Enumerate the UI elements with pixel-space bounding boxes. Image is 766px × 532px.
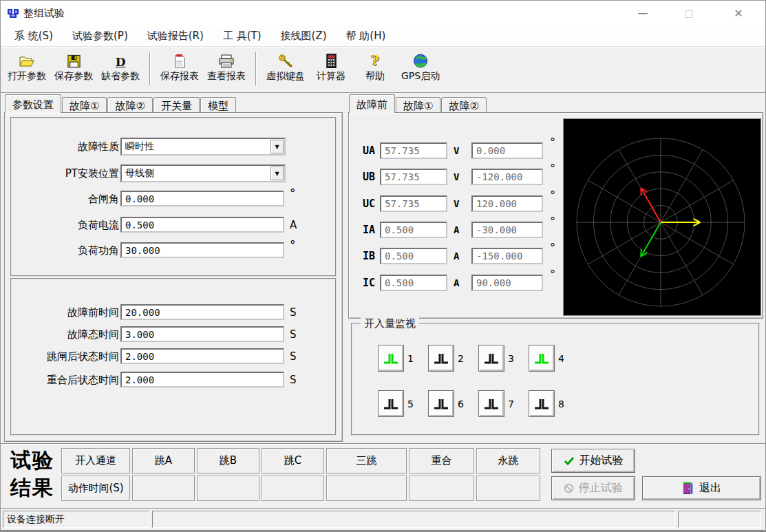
contact-button-6[interactable] [428, 390, 454, 417]
load-power-angle-label: 负荷功角 [16, 242, 119, 259]
view-report-button[interactable]: 查看报表 [203, 50, 250, 88]
ub-magnitude-input[interactable] [380, 169, 447, 185]
menu-test-report[interactable]: 试验报告(R) [138, 25, 213, 46]
channel-number: 8 [558, 398, 564, 409]
calculator-button[interactable]: 计算器 [309, 50, 353, 88]
contact-button-8[interactable] [529, 390, 555, 417]
binary-channel-8: 8 [529, 390, 564, 417]
result-col-three-trip: 三跳 [326, 448, 407, 474]
binary-channel-2: 2 [428, 345, 464, 372]
save-params-button[interactable]: 保存参数 [50, 50, 97, 88]
menu-tools[interactable]: 工 具(T) [213, 25, 271, 46]
ua-magnitude-input[interactable] [380, 142, 447, 159]
result-col-channel: 开入通道 [61, 448, 130, 474]
ib-magnitude-input[interactable] [380, 248, 447, 264]
chevron-down-icon[interactable]: ▼ [270, 167, 284, 180]
contact-icon [483, 352, 500, 365]
tab-fault-1[interactable]: 故障① [62, 97, 107, 113]
load-current-input[interactable] [120, 217, 284, 233]
default-params-button[interactable]: D 缺省参数 [97, 50, 144, 88]
contact-button-3[interactable] [478, 345, 504, 372]
ub-angle-unit: ° [550, 162, 555, 175]
contact-button-2[interactable] [428, 345, 454, 372]
uc-magnitude-input[interactable] [380, 195, 447, 212]
tab-fault-2[interactable]: 故障② [107, 97, 152, 113]
start-test-button[interactable]: 开始试验 [551, 449, 635, 473]
view-report-printer-icon [218, 51, 235, 69]
virtual-keyboard-button[interactable]: 虚拟键盘 [262, 50, 309, 88]
load-current-label: 负荷电流 [16, 217, 119, 233]
phasor-plot [564, 119, 760, 315]
ia-angle-unit: ° [550, 215, 555, 228]
ua-angle-input[interactable] [471, 142, 543, 159]
contact-button-5[interactable] [378, 390, 404, 417]
tab-fault-2-right[interactable]: 故障② [441, 97, 486, 113]
chevron-down-icon[interactable]: ▼ [270, 140, 284, 153]
toolbar-separator [255, 52, 257, 85]
after-trip-time-input[interactable] [120, 348, 284, 364]
maximize-button[interactable]: □ [673, 1, 705, 25]
uc-mag-unit: V [454, 195, 459, 212]
pt-position-select[interactable]: 母线侧 ▼ [120, 164, 286, 182]
phasor-diagram [563, 118, 761, 316]
channel-number: 4 [558, 353, 564, 364]
result-value-cell [262, 476, 324, 501]
help-button[interactable]: ? 帮助 [353, 50, 397, 88]
exit-button[interactable]: 退出 [642, 476, 761, 500]
tab-fault-1-right[interactable]: 故障① [396, 97, 440, 113]
titlebar: 整组试验 — □ ✕ [1, 1, 765, 25]
open-params-button[interactable]: 打开参数 [3, 50, 50, 88]
tab-prefault[interactable]: 故障前 [349, 94, 395, 113]
binary-channel-1: 1 [378, 345, 414, 372]
ia-angle-input[interactable] [471, 222, 543, 238]
ia-mag-unit: A [454, 222, 459, 238]
minimize-button[interactable]: — [627, 1, 659, 25]
after-reclose-time-input[interactable] [120, 372, 284, 387]
result-value-cell [197, 476, 259, 501]
result-row-label: 动作时间(S) [61, 476, 130, 501]
menu-system[interactable]: 系 统(S) [5, 25, 63, 46]
uc-angle-unit: ° [550, 189, 555, 202]
ub-angle-input[interactable] [471, 169, 543, 185]
prefault-time-label: 故障前时间 [16, 304, 119, 321]
binary-input-monitor-group: 开入量监视 1 2 3 4 [351, 323, 760, 436]
tab-model[interactable]: 模型 [200, 97, 236, 113]
phase-uc-label: UC [363, 195, 375, 212]
fault-param-group: 故障性质 瞬时性 ▼ PT安装位置 母线侧 ▼ 合闸角 ° 负荷电流 A 负荷功… [10, 117, 337, 277]
prefault-time-input[interactable] [120, 304, 284, 320]
ia-magnitude-input[interactable] [380, 222, 447, 238]
menu-test-params[interactable]: 试验参数(P) [63, 25, 138, 46]
uc-angle-input[interactable] [471, 195, 543, 212]
after-reclose-time-unit: S [290, 372, 297, 388]
phase-ib-label: IB [363, 248, 375, 264]
stop-test-button[interactable]: 停止试验 [551, 476, 635, 500]
gps-start-button[interactable]: GPS启动 [397, 50, 444, 88]
menu-wiring-diagram[interactable]: 接线图(Z) [271, 25, 337, 46]
close-button[interactable]: ✕ [723, 1, 754, 25]
result-col-reclose: 重合 [409, 448, 474, 474]
save-report-doc-icon [172, 51, 187, 69]
load-power-angle-input[interactable] [120, 242, 284, 258]
menu-help[interactable]: 帮 助(H) [337, 25, 396, 46]
app-window: 整组试验 — □ ✕ 系 统(S) 试验参数(P) 试验报告(R) 工 具(T)… [0, 0, 766, 532]
contact-icon [533, 398, 550, 410]
phase-ic-label: IC [363, 275, 375, 291]
tab-param-settings[interactable]: 参数设置 [5, 94, 61, 113]
load-power-angle-unit: ° [290, 239, 296, 251]
fault-nature-select[interactable]: 瞬时性 ▼ [120, 138, 286, 156]
fault-time-input[interactable] [120, 326, 284, 342]
close-angle-input[interactable] [120, 191, 284, 206]
phase-ua-label: UA [363, 142, 375, 159]
ib-angle-input[interactable] [471, 248, 543, 264]
channel-number: 6 [458, 398, 464, 409]
app-icon [7, 7, 19, 19]
separator [1, 508, 765, 509]
contact-button-4[interactable] [529, 345, 555, 372]
time-param-group: 故障前时间 S 故障态时间 S 跳闸后状态时间 S 重合后状态时间 S [10, 278, 337, 436]
ic-angle-input[interactable] [471, 275, 543, 291]
tab-switch-qty[interactable]: 开关量 [153, 97, 200, 113]
ic-magnitude-input[interactable] [380, 275, 447, 291]
save-report-button[interactable]: 保存报表 [156, 50, 203, 88]
contact-button-1[interactable] [378, 345, 404, 372]
contact-button-7[interactable] [478, 390, 504, 417]
